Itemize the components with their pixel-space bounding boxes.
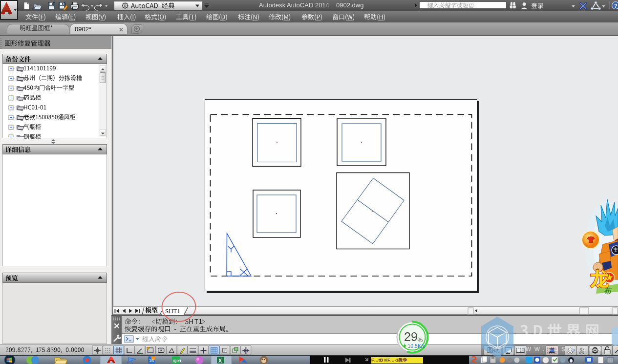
svg-text:10.5K/s: 10.5K/s xyxy=(408,343,426,349)
svg-text:29: 29 xyxy=(404,330,418,343)
svg-text:16: 16 xyxy=(149,358,154,363)
svg-text:X: X xyxy=(218,358,222,364)
svg-text:?: ? xyxy=(614,3,618,9)
svg-text:%: % xyxy=(418,337,423,343)
svg-text:iQIYI: iQIYI xyxy=(173,359,181,363)
